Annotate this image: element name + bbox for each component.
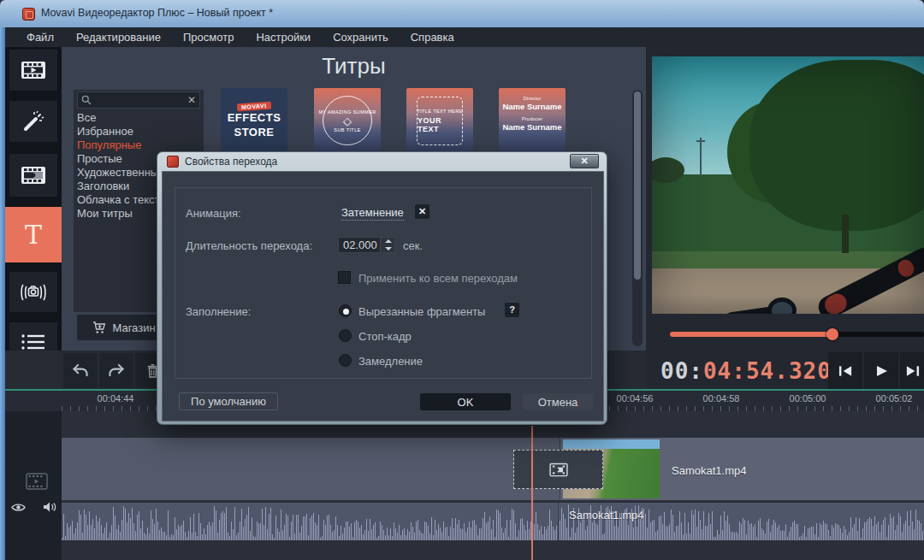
sidebar-capture-button[interactable] — [9, 272, 57, 312]
duration-label: Длительность перехода: — [186, 239, 312, 252]
fill-radio-slow-motion[interactable] — [339, 354, 352, 367]
badge-arc-text: MY AMAZING SUMMER — [318, 109, 376, 115]
title-thumbnail-stamp[interactable]: TITLE TEXT HERE YOUR TEXT — [406, 88, 473, 154]
play-button[interactable] — [864, 352, 898, 389]
track-mute-toggle[interactable] — [43, 501, 56, 513]
transition-placeholder[interactable] — [513, 450, 603, 489]
credits-role2: Producer — [522, 116, 542, 121]
credits-name1: Name Surname — [502, 102, 561, 111]
left-sidebar: T — [5, 47, 62, 351]
dialog-close-button[interactable]: ✕ — [570, 154, 599, 168]
remove-animation-button[interactable]: ✕ — [415, 204, 429, 219]
menu-edit[interactable]: Редактирование — [65, 28, 172, 46]
diamond-icon: ◇ — [343, 115, 352, 127]
play-icon — [874, 365, 888, 377]
search-input[interactable] — [95, 93, 184, 107]
dialog-titlebar[interactable]: Свойства перехода ✕ — [157, 152, 607, 171]
audio-clip[interactable]: Samokat1.mp4 — [62, 503, 924, 540]
video-clip-1[interactable] — [62, 438, 560, 500]
animation-value[interactable]: Затемнение — [341, 206, 404, 221]
page-title: Титры — [62, 53, 646, 80]
undo-icon — [71, 363, 90, 378]
media-icon — [21, 60, 46, 80]
ruler-label: 00:05:02 — [876, 393, 913, 404]
titles-scrollbar[interactable] — [632, 90, 643, 346]
redo-icon — [107, 363, 126, 378]
redo-button[interactable] — [99, 353, 133, 388]
category-all[interactable]: Все — [77, 111, 204, 125]
undo-button[interactable] — [63, 353, 98, 388]
movavi-app-icon — [22, 8, 35, 21]
menu-view[interactable]: Просмотр — [172, 28, 245, 46]
filters-icon — [21, 109, 45, 133]
apply-all-checkbox[interactable] — [338, 271, 351, 284]
duration-unit: сек. — [403, 239, 423, 252]
movavi-dialog-icon — [167, 156, 179, 168]
window-title: Movavi Видеоредактор Плюс – Новый проект… — [41, 7, 273, 19]
transition-properties-dialog: Свойства перехода ✕ Анимация: Затемнение… — [157, 151, 607, 425]
fill-option-1-label[interactable]: Вырезанные фрагменты — [358, 305, 485, 318]
fill-label: Заполнение: — [186, 305, 251, 318]
duration-spinner — [382, 237, 395, 253]
dialog-body: Анимация: Затемнение ✕ Длительность пере… — [162, 171, 604, 421]
credits-role1: Director — [523, 96, 541, 101]
ruler-label: 00:04:58 — [703, 393, 740, 404]
time-prefix: 00: — [660, 358, 703, 384]
seek-bar[interactable] — [670, 332, 924, 337]
title-thumbnail-credits[interactable]: Director Name Surname Producer Name Surn… — [499, 88, 566, 154]
fill-radio-cut-fragments[interactable] — [339, 304, 352, 317]
video-clip-2[interactable]: Samokat1.mp4 — [560, 438, 924, 500]
stamp-frame: TITLE TEXT HERE YOUR TEXT — [417, 97, 463, 145]
duration-input[interactable] — [338, 237, 381, 253]
apply-all-label[interactable]: Применить ко всем переходам — [358, 272, 518, 285]
default-button[interactable]: По умолчанию — [179, 392, 278, 410]
fill-radio-freeze-frame[interactable] — [339, 329, 352, 342]
category-popular[interactable]: Популярные — [77, 139, 204, 152]
transitions-icon — [21, 165, 46, 186]
preview-video-frame — [652, 56, 924, 314]
search-clear-icon[interactable]: ✕ — [187, 94, 196, 106]
sidebar-transitions-button[interactable] — [9, 154, 57, 197]
scene-vignette — [652, 56, 924, 314]
stamp-arc-text: TITLE TEXT HERE — [417, 109, 462, 114]
audio-waveform — [62, 503, 924, 540]
spinner-up-icon[interactable] — [382, 238, 394, 245]
menu-file[interactable]: Файл — [15, 28, 65, 46]
category-favorites[interactable]: Избранное — [77, 125, 204, 139]
sidebar-filters-button[interactable] — [9, 101, 57, 142]
titles-icon: T — [25, 222, 42, 248]
playhead[interactable] — [531, 426, 533, 560]
list-icon — [21, 333, 46, 351]
next-frame-button[interactable] — [900, 352, 924, 389]
search-icon — [81, 95, 92, 105]
cancel-button[interactable]: Отмена — [523, 393, 593, 410]
previous-frame-icon — [838, 365, 853, 377]
app-window: Movavi Видеоредактор Плюс – Новый проект… — [0, 0, 924, 560]
sidebar-titles-button[interactable]: T — [5, 207, 62, 262]
track-visibility-toggle[interactable] — [11, 503, 26, 512]
ok-button[interactable]: OK — [420, 393, 511, 410]
seek-handle[interactable] — [826, 328, 838, 340]
menu-help[interactable]: Справка — [400, 28, 465, 46]
sidebar-media-button[interactable] — [9, 50, 57, 91]
title-thumbnail-effects-store[interactable]: MOVAVI EFFECTS STORE — [221, 88, 287, 154]
previous-frame-button[interactable] — [828, 352, 862, 389]
spinner-down-icon[interactable] — [382, 245, 394, 253]
video-clip-label: Samokat1.mp4 — [672, 464, 746, 477]
time-value: 04:54.320 — [703, 358, 832, 384]
audio-clip-label: Samokat1.mp4 — [569, 509, 643, 522]
window-titlebar[interactable]: Movavi Видеоредактор Плюс – Новый проект… — [0, 0, 924, 27]
menu-save[interactable]: Сохранить — [322, 28, 400, 46]
credits-name2: Name Surname — [502, 122, 561, 132]
seek-fill — [670, 332, 832, 337]
title-thumbnail-summer-badge[interactable]: MY AMAZING SUMMER ◇ SUB TITLE — [314, 88, 381, 154]
stamp-main-text: YOUR TEXT — [418, 116, 462, 133]
fill-option-3-label[interactable]: Замедление — [358, 355, 423, 368]
scrollbar-thumb[interactable] — [634, 91, 641, 280]
fill-option-2-label[interactable]: Стоп-кадр — [358, 330, 412, 343]
menu-settings[interactable]: Настройки — [245, 28, 322, 46]
help-button[interactable]: ? — [505, 303, 519, 317]
cart-icon — [92, 321, 106, 334]
ruler-label: 00:04:56 — [617, 393, 654, 404]
store-label: Магазин — [112, 321, 155, 334]
